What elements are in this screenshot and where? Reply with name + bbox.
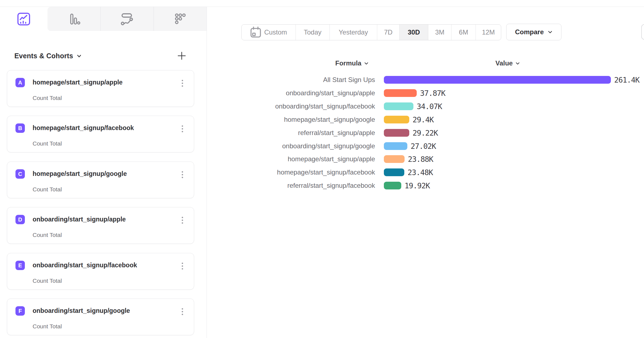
bar-value: 27.02K	[411, 142, 436, 150]
bar[interactable]	[384, 168, 404, 176]
bar-chart-icon	[67, 12, 81, 26]
range-label: Yesterday	[339, 28, 368, 36]
partial-button-right-edge[interactable]	[641, 24, 644, 40]
bar-value: 37.87K	[420, 89, 445, 97]
bar[interactable]	[384, 76, 611, 84]
range-label: 12M	[482, 28, 495, 36]
tab-flows[interactable]	[100, 7, 153, 31]
event-title: homepage/start_signup/facebook	[33, 124, 134, 132]
event-title: homepage/start_signup/google	[33, 170, 127, 178]
kebab-menu-button[interactable]	[177, 306, 187, 317]
bar[interactable]	[384, 116, 409, 123]
bar-label: onboarding/start_signup/apple	[193, 88, 375, 98]
kebab-menu-button[interactable]	[177, 123, 187, 134]
bar[interactable]	[384, 129, 409, 137]
events-cohorts-dropdown[interactable]: Events & Cohorts	[14, 50, 82, 61]
event-badge: D	[15, 215, 25, 224]
chevron-down-icon	[548, 30, 553, 35]
events-cohorts-label: Events & Cohorts	[14, 52, 73, 60]
range-label: Today	[304, 28, 321, 36]
range-30d[interactable]: 30D	[399, 25, 428, 40]
tab-retention[interactable]	[154, 7, 207, 31]
bar-value: 23.88K	[408, 155, 433, 163]
event-title: onboarding/start_signup/facebook	[33, 262, 137, 269]
event-card[interactable]: A homepage/start_signup/apple Count Tota…	[7, 70, 194, 107]
event-metric-label: Count Total	[33, 278, 62, 284]
chevron-down-icon	[76, 53, 82, 59]
tab-insights[interactable]	[0, 7, 47, 31]
calendar-icon	[250, 26, 261, 38]
event-badge: C	[15, 169, 25, 179]
bar-value: 23.48K	[408, 168, 433, 177]
chevron-down-icon	[515, 61, 520, 66]
event-card[interactable]: D onboarding/start_signup/apple Count To…	[7, 207, 194, 244]
bar[interactable]	[384, 182, 401, 189]
event-title: onboarding/start_signup/apple	[33, 216, 126, 223]
event-card[interactable]: B homepage/start_signup/facebook Count T…	[7, 116, 194, 152]
event-metric-label: Count Total	[33, 232, 62, 238]
event-title: onboarding/start_signup/google	[33, 307, 130, 315]
range-custom[interactable]: Custom	[242, 25, 295, 40]
range-yesterday[interactable]: Yesterday	[329, 25, 377, 40]
event-title: homepage/start_signup/apple	[33, 79, 123, 86]
bar-label: onboarding/start_signup/google	[193, 141, 375, 151]
plus-icon	[177, 51, 186, 60]
formula-header-dropdown[interactable]: Formula	[335, 59, 369, 68]
range-6m[interactable]: 6M	[451, 25, 476, 40]
range-label: 6M	[459, 28, 468, 36]
bar-value: 261.4K	[614, 75, 640, 84]
bar-label: homepage/start_signup/facebook	[193, 167, 375, 177]
range-label: 7D	[384, 28, 393, 36]
kebab-menu-button[interactable]	[177, 78, 187, 89]
bar-value: 29.22K	[413, 128, 438, 137]
bar[interactable]	[384, 102, 413, 110]
inactive-tab-group	[47, 7, 207, 31]
range-label: 30D	[408, 28, 420, 36]
bar-label: homepage/start_signup/apple	[193, 154, 375, 164]
bar[interactable]	[384, 89, 417, 97]
compare-button[interactable]: Compare	[506, 24, 561, 40]
value-header-label: Value	[495, 59, 513, 67]
bar-label: homepage/start_signup/google	[193, 115, 375, 125]
insights-line-chart-icon	[17, 12, 31, 26]
date-range-control: Custom Today Yesterday 7D 30D 3M 6M 12M	[241, 24, 501, 40]
value-header-dropdown[interactable]: Value	[495, 59, 520, 68]
compare-label: Compare	[515, 28, 544, 36]
range-label: 3M	[435, 28, 444, 36]
range-7d[interactable]: 7D	[377, 25, 399, 40]
event-metric-label: Count Total	[33, 95, 62, 101]
event-metric-label: Count Total	[33, 323, 62, 330]
kebab-menu-button[interactable]	[177, 260, 187, 271]
event-card[interactable]: E onboarding/start_signup/facebook Count…	[7, 253, 194, 290]
range-12m[interactable]: 12M	[476, 25, 501, 40]
kebab-menu-button[interactable]	[177, 169, 187, 180]
range-today[interactable]: Today	[295, 25, 329, 40]
event-metric-label: Count Total	[33, 186, 62, 193]
bar[interactable]	[384, 155, 405, 163]
kebab-menu-button[interactable]	[177, 215, 187, 226]
chevron-down-icon	[364, 61, 369, 66]
event-card[interactable]: C homepage/start_signup/google Count Tot…	[7, 162, 194, 198]
add-event-button[interactable]	[176, 50, 188, 62]
bar-label: onboarding/start_signup/facebook	[193, 101, 375, 111]
flows-icon	[120, 12, 134, 26]
event-badge: A	[15, 78, 25, 87]
event-badge: E	[15, 261, 25, 270]
bar[interactable]	[384, 142, 407, 150]
bar-value: 19.92K	[405, 181, 430, 190]
event-metric-label: Count Total	[33, 140, 62, 147]
chart-type-tabs	[0, 7, 207, 31]
retention-dots-icon	[173, 12, 187, 26]
bar-value: 34.07K	[417, 102, 442, 111]
bar-value: 29.4K	[413, 115, 434, 124]
range-3m[interactable]: 3M	[428, 25, 451, 40]
bar-label: referral/start_signup/apple	[193, 128, 375, 138]
bar-label: All Start Sign Ups	[193, 75, 375, 85]
tab-bar-chart[interactable]	[47, 7, 100, 31]
range-label: Custom	[264, 28, 287, 36]
bar-label: referral/start_signup/facebook	[193, 181, 375, 191]
event-badge: B	[15, 123, 25, 133]
event-badge: F	[15, 306, 25, 316]
event-card[interactable]: F onboarding/start_signup/google Count T…	[7, 299, 194, 335]
formula-header-label: Formula	[335, 59, 361, 67]
